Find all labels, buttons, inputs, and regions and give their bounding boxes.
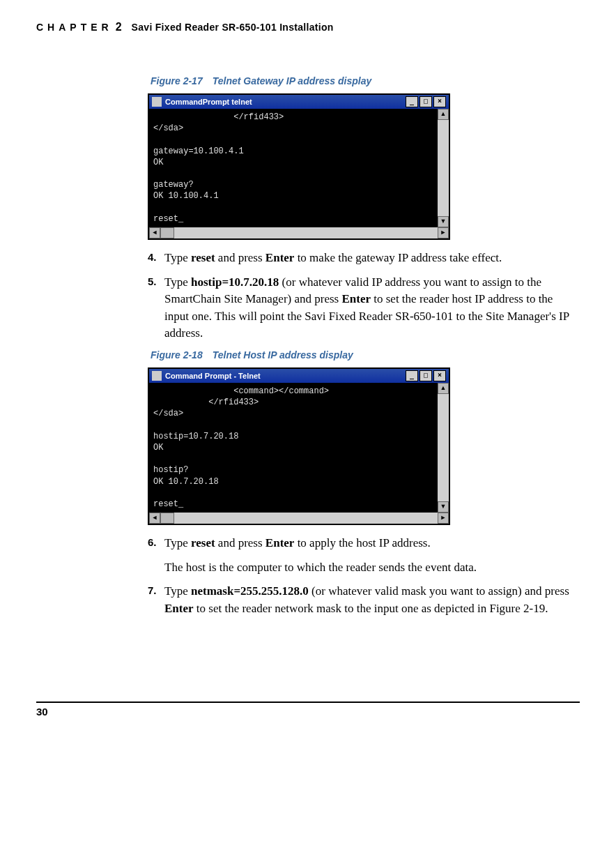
chapter-title: Savi Fixed Reader SR-650-101 Installatio… <box>132 22 334 33</box>
step-body: Type hostip=10.7.20.18 (or whatever vali… <box>164 274 576 343</box>
app-icon <box>152 97 162 107</box>
chapter-number: 2 <box>116 21 122 33</box>
window-titlebar: Command Prompt - Telnet _ □ × <box>149 369 449 383</box>
step-6: 6. Type reset and press Enter to apply t… <box>148 535 576 552</box>
vertical-scrollbar: ▲ ▼ <box>438 109 449 227</box>
terminal-window-host: Command Prompt - Telnet _ □ × <command><… <box>148 367 450 525</box>
scroll-up-icon: ▲ <box>438 383 449 394</box>
figure-caption-2-17: Figure 2-17Telnet Gateway IP address dis… <box>151 75 576 86</box>
step-5: 5. Type hostip=10.7.20.18 (or whatever v… <box>148 274 576 343</box>
figure-caption-text: Telnet Gateway IP address display <box>213 75 372 86</box>
close-icon: × <box>433 96 446 107</box>
scroll-thumb <box>160 227 174 238</box>
scroll-left-icon: ◄ <box>149 513 160 524</box>
page-number: 30 <box>36 706 48 718</box>
step-body: Type netmask=255.255.128.0 (or whatever … <box>164 583 576 617</box>
window-titlebar: CommandPrompt telnet _ □ × <box>149 95 449 109</box>
app-icon <box>152 371 162 381</box>
minimize-icon: _ <box>406 370 418 381</box>
step-number: 6. <box>148 535 164 552</box>
terminal-output: </rfid433> </sda> gateway=10.100.4.1 OK … <box>149 109 438 227</box>
maximize-icon: □ <box>419 96 432 107</box>
terminal-window-gateway: CommandPrompt telnet _ □ × </rfid433> </… <box>148 93 450 240</box>
chapter-word: CHAPTER <box>36 22 113 33</box>
step-6-note: The host is the computer to which the re… <box>164 559 576 577</box>
terminal-output: <command></command> </rfid433> </sda> ho… <box>149 383 438 513</box>
window-title: CommandPrompt telnet <box>165 98 252 106</box>
maximize-icon: □ <box>419 370 432 381</box>
page-header: CHAPTER2Savi Fixed Reader SR-650-101 Ins… <box>36 21 580 33</box>
scroll-down-icon: ▼ <box>438 501 449 513</box>
figure-caption-text: Telnet Host IP address display <box>213 349 353 361</box>
figure-label: Figure 2-17 <box>151 75 203 86</box>
scroll-up-icon: ▲ <box>438 109 449 120</box>
figure-label: Figure 2-18 <box>151 349 203 361</box>
scroll-right-icon: ► <box>438 227 449 238</box>
step-4: 4. Type reset and press Enter to make th… <box>148 250 576 267</box>
scroll-down-icon: ▼ <box>438 216 449 227</box>
page-footer: 30 <box>36 701 580 718</box>
close-icon: × <box>433 370 446 381</box>
horizontal-scrollbar: ◄ ► <box>149 513 449 524</box>
horizontal-scrollbar: ◄ ► <box>149 227 449 238</box>
step-number: 7. <box>148 583 164 617</box>
scroll-left-icon: ◄ <box>149 227 160 238</box>
step-body: Type reset and press Enter to make the g… <box>164 250 576 267</box>
step-number: 5. <box>148 274 164 343</box>
scroll-right-icon: ► <box>438 513 449 524</box>
vertical-scrollbar: ▲ ▼ <box>438 383 449 513</box>
step-number: 4. <box>148 250 164 267</box>
step-7: 7. Type netmask=255.255.128.0 (or whatev… <box>148 583 576 617</box>
scroll-thumb <box>160 513 174 524</box>
window-title: Command Prompt - Telnet <box>165 372 261 380</box>
step-body: Type reset and press Enter to apply the … <box>164 535 576 552</box>
minimize-icon: _ <box>406 96 418 107</box>
figure-caption-2-18: Figure 2-18Telnet Host IP address displa… <box>151 349 576 361</box>
